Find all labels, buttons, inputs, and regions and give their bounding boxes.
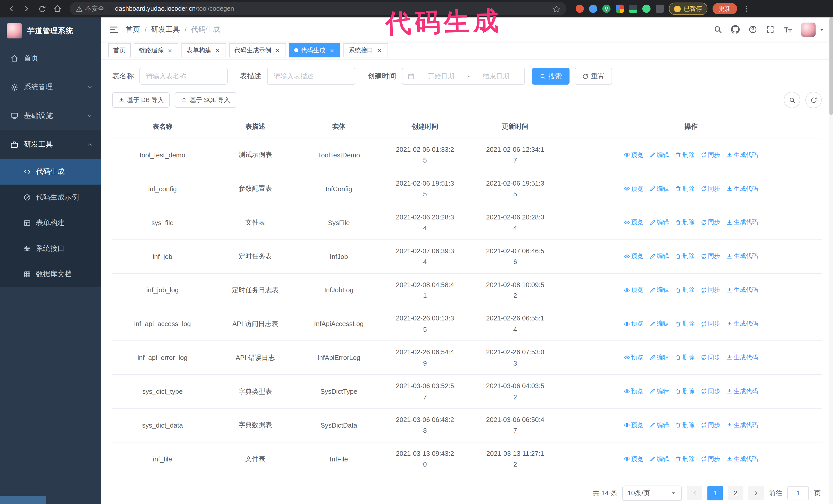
generate-link[interactable]: 生成代码 (727, 353, 758, 362)
edit-link[interactable]: 编辑 (649, 455, 669, 463)
sync-link[interactable]: 同步 (701, 218, 720, 227)
preview-link[interactable]: 预览 (624, 252, 643, 261)
preview-link[interactable]: 预览 (624, 286, 643, 294)
sidebar-item-form-builder[interactable]: 表单构建 (0, 210, 101, 236)
extension-icon-3[interactable]: V (602, 5, 611, 13)
generate-link[interactable]: 生成代码 (727, 421, 758, 429)
toggle-search-button[interactable] (784, 92, 800, 108)
tab-code-generation[interactable]: 代码生成× (289, 43, 340, 57)
sidebar-item-system-management[interactable]: 系统管理 (0, 73, 101, 101)
next-page-button[interactable] (748, 486, 764, 500)
page-button-1[interactable]: 1 (708, 486, 723, 500)
edit-link[interactable]: 编辑 (649, 150, 669, 159)
edit-link[interactable]: 编辑 (649, 319, 669, 328)
edit-link[interactable]: 编辑 (649, 421, 669, 429)
table-desc-input[interactable] (267, 68, 355, 85)
edit-link[interactable]: 编辑 (649, 184, 669, 193)
sync-link[interactable]: 同步 (701, 286, 720, 294)
goto-page-input[interactable] (787, 486, 809, 500)
address-bar[interactable]: 不安全 dashboard.yudao.iocoder.cn/tool/code… (70, 2, 567, 16)
sync-link[interactable]: 同步 (701, 353, 720, 362)
app-logo[interactable]: 芋道管理系统 (0, 18, 101, 44)
extension-icon-6[interactable] (642, 5, 650, 13)
github-link[interactable] (731, 25, 740, 34)
generate-link[interactable]: 生成代码 (727, 184, 758, 193)
sidebar-item-infrastructure[interactable]: 基础设施 (0, 101, 101, 130)
font-size-button[interactable] (783, 25, 792, 34)
scrollbar-thumb[interactable] (829, 18, 833, 115)
preview-link[interactable]: 预览 (624, 218, 643, 227)
browser-reload-button[interactable] (35, 2, 49, 16)
search-button[interactable]: 搜索 (532, 68, 570, 85)
date-range-picker[interactable]: 开始日期 - 结束日期 (402, 68, 525, 85)
sync-link[interactable]: 同步 (701, 319, 720, 328)
close-icon[interactable]: × (376, 47, 383, 54)
browser-back-button[interactable] (4, 2, 19, 16)
generate-link[interactable]: 生成代码 (727, 252, 758, 261)
delete-link[interactable]: 删除 (675, 252, 695, 261)
bookmark-star-icon[interactable] (553, 5, 560, 13)
delete-link[interactable]: 删除 (675, 421, 695, 429)
browser-forward-button[interactable] (20, 2, 34, 16)
tab-trace[interactable]: 链路追踪× (134, 43, 178, 57)
browser-update-button[interactable]: 更新 (713, 3, 737, 14)
delete-link[interactable]: 删除 (675, 353, 695, 362)
generate-link[interactable]: 生成代码 (727, 455, 758, 463)
sidebar-item-home[interactable]: 首页 (0, 44, 101, 73)
sidebar-item-system-api[interactable]: 系统接口 (0, 236, 101, 262)
page-button-2[interactable]: 2 (728, 486, 743, 500)
extension-icon-5[interactable] (629, 5, 637, 13)
sync-link[interactable]: 同步 (701, 184, 720, 193)
tab-system-api[interactable]: 系统接口× (343, 43, 388, 57)
page-scrollbar[interactable] (829, 18, 833, 504)
help-button[interactable] (748, 25, 757, 34)
close-icon[interactable]: × (214, 47, 221, 54)
breadcrumb-home[interactable]: 首页 (125, 25, 140, 34)
preview-link[interactable]: 预览 (624, 421, 643, 429)
prev-page-button[interactable] (687, 486, 702, 500)
preview-link[interactable]: 预览 (624, 150, 643, 159)
sidebar-item-database-docs[interactable]: 数据库文档 (0, 262, 101, 287)
fullscreen-button[interactable] (766, 25, 775, 34)
generate-link[interactable]: 生成代码 (727, 218, 758, 227)
sidebar-item-dev-tools[interactable]: 研发工具 (0, 130, 101, 159)
refresh-table-button[interactable] (805, 92, 822, 108)
delete-link[interactable]: 删除 (675, 387, 695, 396)
delete-link[interactable]: 删除 (675, 218, 695, 227)
close-icon[interactable]: × (167, 47, 173, 54)
preview-link[interactable]: 预览 (624, 184, 643, 193)
edit-link[interactable]: 编辑 (649, 252, 669, 261)
delete-link[interactable]: 删除 (675, 455, 695, 463)
generate-link[interactable]: 生成代码 (727, 150, 758, 159)
page-size-select[interactable]: 10条/页 (622, 485, 682, 501)
import-sql-button[interactable]: 基于 SQL 导入 (175, 92, 236, 108)
import-db-button[interactable]: 基于 DB 导入 (112, 92, 170, 108)
user-menu[interactable] (801, 22, 825, 37)
preview-link[interactable]: 预览 (624, 387, 643, 396)
paused-badge[interactable]: 已暂停 (669, 3, 708, 15)
extension-icon-2[interactable] (589, 5, 597, 13)
close-icon[interactable]: × (329, 47, 335, 54)
edit-link[interactable]: 编辑 (649, 387, 669, 396)
browser-home-button[interactable] (50, 2, 65, 16)
extension-icon-4[interactable] (616, 5, 624, 13)
sync-link[interactable]: 同步 (701, 252, 720, 261)
delete-link[interactable]: 删除 (675, 150, 695, 159)
extension-icon-7[interactable] (656, 5, 664, 13)
sidebar-item-code-generation[interactable]: 代码生成 (0, 159, 101, 185)
generate-link[interactable]: 生成代码 (727, 319, 758, 328)
security-chip[interactable]: 不安全 (76, 4, 104, 13)
table-name-input[interactable] (139, 68, 228, 85)
generate-link[interactable]: 生成代码 (727, 286, 758, 294)
preview-link[interactable]: 预览 (624, 319, 643, 328)
sync-link[interactable]: 同步 (701, 421, 720, 429)
sidebar-toggle[interactable] (109, 25, 118, 34)
browser-menu-button[interactable] (742, 5, 751, 13)
sync-link[interactable]: 同步 (701, 387, 720, 396)
delete-link[interactable]: 删除 (675, 319, 695, 328)
tab-codegen-example[interactable]: 代码生成示例× (229, 43, 286, 57)
delete-link[interactable]: 删除 (675, 184, 695, 193)
preview-link[interactable]: 预览 (624, 455, 643, 463)
generate-link[interactable]: 生成代码 (727, 387, 758, 396)
edit-link[interactable]: 编辑 (649, 286, 669, 294)
